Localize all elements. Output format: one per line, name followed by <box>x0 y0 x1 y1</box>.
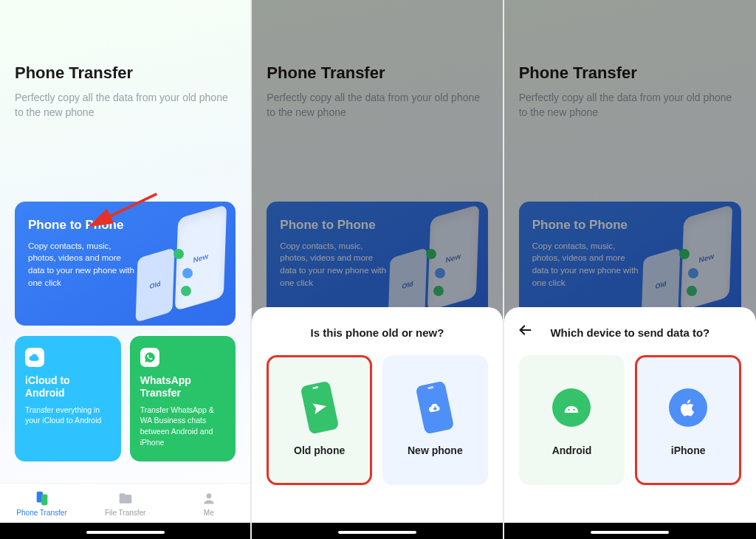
new-phone-icon <box>411 384 458 431</box>
phone-illustration: New Old <box>642 215 731 311</box>
tab-me[interactable]: Me <box>167 484 250 523</box>
choice-new-phone-label: New phone <box>408 444 463 456</box>
back-button[interactable] <box>516 320 535 340</box>
page-subtitle: Perfectly copy all the data from your ol… <box>519 90 741 120</box>
svg-rect-2 <box>41 494 47 505</box>
page-subtitle: Perfectly copy all the data from your ol… <box>15 90 236 120</box>
android-nav-bar <box>504 523 756 539</box>
transfer-dot-icon <box>687 286 697 296</box>
whatsapp-icon <box>140 348 159 367</box>
android-nav-bar <box>252 523 502 539</box>
phone-transfer-tab-icon <box>34 490 50 507</box>
svg-point-5 <box>574 409 575 411</box>
cloud-icon <box>25 348 44 367</box>
svg-point-4 <box>568 409 570 411</box>
card-icloud-title: iCloud to Android <box>25 374 111 400</box>
page-title: Phone Transfer <box>267 63 487 83</box>
transfer-dot-icon <box>679 249 690 259</box>
transfer-dot-icon <box>688 268 698 278</box>
me-tab-icon <box>201 490 217 507</box>
sheet-title: Which device to send data to? <box>519 326 741 339</box>
choice-old-phone-label: Old phone <box>294 444 345 456</box>
tab-me-label: Me <box>204 509 214 517</box>
transfer-dot-icon <box>182 268 193 278</box>
choice-iphone[interactable]: iPhone <box>635 355 741 485</box>
choice-new-phone[interactable]: New phone <box>382 355 488 485</box>
android-nav-bar <box>0 523 250 539</box>
old-phone-icon <box>296 384 343 431</box>
svg-point-3 <box>206 493 211 498</box>
page-subtitle: Perfectly copy all the data from your ol… <box>267 90 487 120</box>
tab-phone-transfer[interactable]: Phone Transfer <box>0 484 83 523</box>
sheet-old-or-new: Is this phone old or new? Old phone <box>252 307 502 523</box>
card-whatsapp-transfer[interactable]: WhatsApp Transfer Transfer WhatsApp & WA… <box>130 336 236 461</box>
transfer-dot-icon <box>173 249 184 259</box>
tab-file-transfer[interactable]: File Transfer <box>83 484 167 523</box>
page-title: Phone Transfer <box>15 63 236 83</box>
choice-android[interactable]: Android <box>519 355 625 485</box>
transfer-dot-icon <box>426 249 436 259</box>
choice-android-label: Android <box>552 444 592 456</box>
phone-illustration: New Old <box>389 215 478 311</box>
transfer-dot-icon <box>433 286 444 296</box>
card-icloud-desc: Transfer everything in your iCloud to An… <box>25 405 111 426</box>
choice-old-phone[interactable]: Old phone <box>267 355 372 485</box>
card-icloud-to-android[interactable]: iCloud to Android Transfer everything in… <box>15 336 121 461</box>
card-phone-to-phone[interactable]: Phone to Phone Copy contacts, music, pho… <box>15 202 236 326</box>
tab-phone-transfer-label: Phone Transfer <box>16 509 66 517</box>
screenshot-panel-2: Phone Transfer Perfectly copy all the da… <box>252 0 504 539</box>
card-whatsapp-desc: Transfer WhatsApp & WA Business chats be… <box>140 405 226 448</box>
transfer-dot-icon <box>181 286 191 296</box>
bottom-tab-bar: Phone Transfer File Transfer Me <box>0 483 250 523</box>
tab-file-transfer-label: File Transfer <box>105 509 146 517</box>
phone-illustration: New Old <box>137 215 225 311</box>
sheet-title: Is this phone old or new? <box>267 326 487 339</box>
screenshot-panel-3: Phone Transfer Perfectly copy all the da… <box>504 0 756 539</box>
file-transfer-tab-icon <box>117 490 134 507</box>
choice-iphone-label: iPhone <box>671 444 706 456</box>
screenshot-panel-1: Phone Transfer Perfectly copy all the da… <box>0 0 252 539</box>
transfer-dot-icon <box>435 268 445 278</box>
card-phone-to-phone-desc: Copy contacts, music, photos, videos and… <box>532 240 643 289</box>
back-arrow-icon <box>518 322 534 338</box>
page-title: Phone Transfer <box>519 63 741 83</box>
card-phone-to-phone-desc: Copy contacts, music, photos, videos and… <box>280 240 391 289</box>
phone-old-icon: Old <box>136 247 175 322</box>
card-whatsapp-title: WhatsApp Transfer <box>140 374 226 400</box>
android-icon <box>548 384 595 431</box>
sheet-target-device: Which device to send data to? Android <box>504 307 756 523</box>
apple-icon <box>664 384 712 431</box>
card-phone-to-phone-desc: Copy contacts, music, photos, videos and… <box>28 240 139 289</box>
